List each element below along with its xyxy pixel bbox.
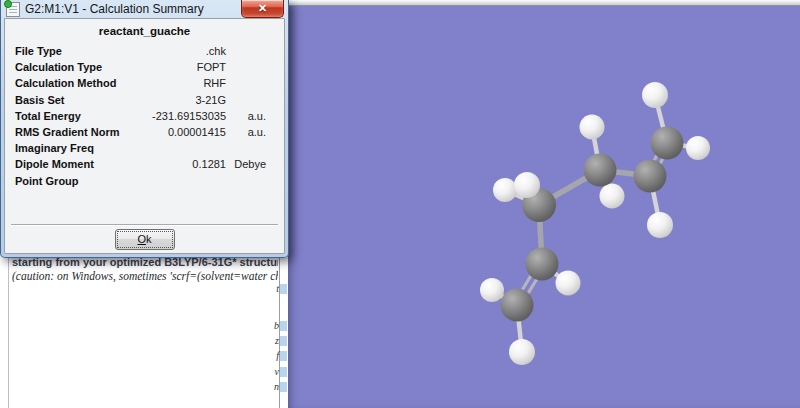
summary-row: File Type.chk: [5, 43, 284, 59]
summary-row-value: 0.1281: [121, 158, 226, 170]
summary-row-value: 3-21G: [121, 94, 226, 106]
summary-row-unit: a.u.: [226, 110, 266, 122]
atom-H[interactable]: [600, 184, 625, 209]
atom-H[interactable]: [514, 172, 540, 198]
summary-row-value: 0.00001415: [121, 126, 226, 138]
selection-highlight: [280, 284, 287, 294]
summary-row: Total Energy-231.69153035a.u.: [5, 108, 284, 124]
calculation-summary-dialog: G2:M1:V1 - Calculation Summary ✕ reactan…: [0, 0, 289, 258]
molecule-name: reactant_guache: [5, 25, 284, 37]
ok-button-label: Ok: [118, 232, 172, 247]
gaussview-screen: starting from your optimized B3LYP/6-31G…: [0, 0, 800, 408]
atom-H[interactable]: [556, 271, 581, 296]
summary-row-unit: Debye: [226, 158, 266, 170]
summary-row-label: Calculation Method: [15, 77, 121, 89]
selection-highlight: [280, 382, 287, 392]
summary-row: Point Group: [5, 173, 284, 189]
atom-C[interactable]: [526, 248, 559, 281]
separator: [11, 224, 278, 226]
atom-H[interactable]: [642, 82, 668, 108]
summary-row-label: Imaginary Freq: [15, 142, 121, 154]
summary-row-label: RMS Gradient Norm: [15, 126, 121, 138]
summary-row-label: Basis Set: [15, 94, 121, 106]
summary-row-value: -231.69153035: [121, 110, 226, 122]
selection-highlight: [280, 367, 287, 377]
summary-row-value: FOPT: [121, 61, 226, 73]
summary-row: Calculation MethodRHF: [5, 75, 284, 91]
clipped-text-fragment: f: [276, 350, 287, 361]
close-button[interactable]: ✕: [241, 0, 284, 18]
dialog-title: G2:M1:V1 - Calculation Summary: [25, 2, 204, 16]
atom-C[interactable]: [501, 289, 534, 322]
summary-row-value: .chk: [121, 45, 226, 57]
summary-row-label: Point Group: [15, 175, 121, 187]
clipped-text-fragment: b: [274, 320, 287, 331]
ok-button[interactable]: Ok: [115, 229, 175, 250]
close-icon: ✕: [258, 2, 267, 14]
atom-C[interactable]: [584, 154, 617, 187]
clipped-text-fragment: n: [274, 381, 287, 392]
clipped-text-fragment: z: [275, 335, 287, 346]
selection-highlight: [280, 321, 287, 331]
summary-row-unit: a.u.: [226, 126, 266, 138]
summary-table: File Type.chkCalculation TypeFOPTCalcula…: [5, 43, 284, 189]
clipped-text-fragment: t: [276, 283, 287, 294]
molecule-canvas[interactable]: [288, 6, 800, 408]
dialog-title-bar[interactable]: G2:M1:V1 - Calculation Summary ✕: [1, 0, 288, 18]
selection-highlight: [280, 351, 287, 361]
notes-document: starting from your optimized B3LYP/6-31G…: [0, 250, 288, 408]
atom-C[interactable]: [651, 127, 684, 160]
summary-row: Basis Set3-21G: [5, 92, 284, 108]
dialog-client-area: reactant_guache File Type.chkCalculation…: [4, 18, 285, 254]
selection-highlight: [280, 336, 287, 346]
summary-row-label: Dipole Moment: [15, 158, 121, 170]
atom-H[interactable]: [480, 278, 504, 302]
summary-row-value: RHF: [121, 77, 226, 89]
document-text-line: (caution: on Windows, sometimes 'scrf=(s…: [12, 270, 278, 282]
summary-row-label: Total Energy: [15, 110, 121, 122]
gaussview-file-icon: [6, 2, 20, 17]
clipped-text-fragment: v: [275, 366, 287, 377]
atom-H[interactable]: [493, 178, 517, 202]
summary-row: Imaginary Freq: [5, 140, 284, 156]
summary-row-label: File Type: [15, 45, 121, 57]
atom-H[interactable]: [686, 136, 710, 160]
atom-H[interactable]: [580, 115, 605, 140]
atom-C[interactable]: [634, 160, 667, 193]
atom-H[interactable]: [509, 339, 535, 365]
summary-row: Dipole Moment0.1281Debye: [5, 156, 284, 172]
summary-row-label: Calculation Type: [15, 61, 121, 73]
summary-row: Calculation TypeFOPT: [5, 59, 284, 75]
molecule-viewport[interactable]: [288, 0, 800, 408]
summary-row: RMS Gradient Norm0.00001415a.u.: [5, 124, 284, 140]
atom-H[interactable]: [647, 212, 673, 238]
